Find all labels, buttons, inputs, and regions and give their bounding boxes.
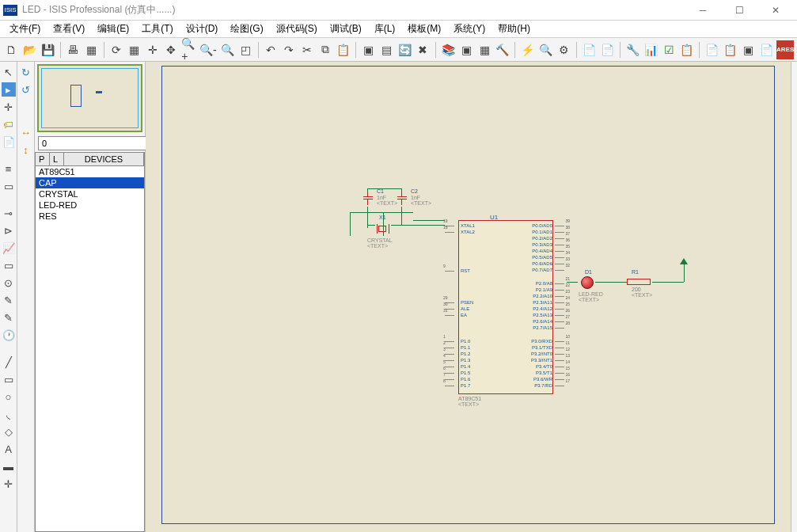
select-mode-icon[interactable]: ↖ [2,65,16,79]
path-2d-icon[interactable]: ◇ [2,424,16,439]
wire-autoroute-icon[interactable]: ⚡ [519,40,536,59]
header-l[interactable]: L [50,153,64,165]
header-devices[interactable]: DEVICES [64,153,144,165]
chip-pin[interactable]: 9RST [445,268,458,274]
pin-mode-icon[interactable]: ⊳ [2,223,16,238]
chip-pin[interactable]: P0.7/AD732 [555,267,568,273]
rotate-cw-icon[interactable]: ↻ [19,65,33,79]
decompose-icon[interactable]: 🔨 [494,40,510,59]
menu-help[interactable]: 帮助(H) [491,21,537,37]
crystal-x1[interactable] [375,224,391,234]
device-item[interactable]: CAP [36,177,144,188]
menu-library[interactable]: 库(L) [368,21,402,37]
mirror-h-icon[interactable]: ↔ [19,125,33,139]
block-copy-icon[interactable]: ▣ [360,40,377,59]
device-list[interactable]: AT89C51 CAP CRYSTAL LED-RED RES [35,166,145,532]
junction-mode-icon[interactable]: ✛ [2,100,16,114]
menu-tool[interactable]: 工具(T) [135,21,179,37]
cut-icon[interactable]: ✂ [298,40,315,59]
text-2d-icon[interactable]: A [2,442,16,456]
print-area-icon[interactable]: ▦ [83,40,100,59]
chip-pin[interactable]: P3.7/RD17 [555,382,568,389]
bus-mode-icon[interactable]: ≡ [2,162,16,176]
chip-pin[interactable]: 18XTAL2 [445,229,458,235]
menu-draw[interactable]: 绘图(G) [224,21,269,37]
terminal-mode-icon[interactable]: ⊸ [2,206,16,220]
paste-icon[interactable]: 📋 [335,40,351,59]
rotate-ccw-icon[interactable]: ↺ [19,82,33,97]
generator-mode-icon[interactable]: ⊙ [2,276,16,290]
chip-pin[interactable]: 31EA [445,312,458,318]
text-mode-icon[interactable]: 📄 [2,135,16,149]
block-delete-icon[interactable]: ✖ [415,40,431,59]
maximize-button[interactable]: ☐ [721,1,757,20]
tape-mode-icon[interactable]: ▭ [2,258,16,272]
menu-template[interactable]: 模板(M) [401,21,447,37]
property-assign-icon[interactable]: ⚙ [556,40,572,59]
erc-icon[interactable]: ☑ [661,40,677,59]
capacitor-c1[interactable] [363,191,373,205]
origin-icon[interactable]: ✛ [144,40,161,59]
device-item[interactable]: RES [36,211,144,222]
pick-library-icon[interactable]: 📚 [440,40,457,59]
chip-pin[interactable]: 2P1.1 [445,344,458,351]
chip-pin[interactable]: 4P1.3 [445,357,458,363]
menu-view[interactable]: 查看(V) [47,21,91,37]
close-button[interactable]: ✕ [757,1,794,20]
minimize-button[interactable]: ─ [685,1,721,20]
refresh-icon[interactable]: ⟳ [108,40,124,59]
probe-v-icon[interactable]: ✎ [2,293,16,307]
device-item[interactable]: AT89C51 [36,166,144,177]
block-move-icon[interactable]: ▤ [378,40,395,59]
grid-icon[interactable]: ▦ [126,40,142,59]
menu-edit[interactable]: 编辑(E) [91,21,135,37]
label-mode-icon[interactable]: 🏷 [2,117,16,131]
chip-pin[interactable]: P2.7/A1528 [555,325,568,331]
design-explorer-icon[interactable]: 🔧 [624,40,641,59]
netlist-icon[interactable]: 📋 [678,40,695,59]
capacitor-c2[interactable] [397,191,407,205]
power-terminal-icon[interactable] [680,258,688,264]
copy-icon[interactable]: ⧉ [317,40,333,59]
graph-mode-icon[interactable]: 📈 [2,241,16,255]
marker-icon[interactable]: ✛ [2,477,16,491]
box-2d-icon[interactable]: ▭ [2,372,16,386]
chip-pin[interactable]: 3P1.2 [445,351,458,357]
zoom-out-icon[interactable]: 🔍- [199,40,218,59]
bom-icon[interactable]: 📊 [643,40,659,59]
device-item[interactable]: CRYSTAL [36,188,144,200]
rotation-input[interactable] [38,136,155,150]
overview-panel[interactable] [37,64,142,132]
instrument-icon[interactable]: 🕐 [2,328,16,342]
chip-pin[interactable]: 5P1.4 [445,363,458,370]
open-file-icon[interactable]: 📂 [21,40,38,59]
probe-i-icon[interactable]: ✎ [2,310,16,325]
zoom-fit-icon[interactable]: 🔍 [219,40,236,59]
menu-debug[interactable]: 调试(B) [324,21,368,37]
menu-file[interactable]: 文件(F) [3,21,47,37]
line-2d-icon[interactable]: ╱ [2,355,16,369]
new-file-icon[interactable]: 🗋 [3,40,20,59]
zoom-in-icon[interactable]: 🔍+ [180,40,197,59]
undo-icon[interactable]: ↶ [263,40,279,59]
header-p[interactable]: P [36,153,50,165]
circle-2d-icon[interactable]: ○ [2,390,16,404]
menu-design[interactable]: 设计(D) [180,21,225,37]
arc-2d-icon[interactable]: ◟ [2,407,16,421]
make-device-icon[interactable]: ▣ [458,40,475,59]
tool3-icon[interactable]: 📄 [758,40,775,59]
redo-icon[interactable]: ↷ [280,40,297,59]
block-rotate-icon[interactable]: 🔄 [397,40,413,59]
chip-pin[interactable]: 7P1.6 [445,376,458,382]
symbol-2d-icon[interactable]: ▬ [2,459,16,473]
menu-system[interactable]: 系统(Y) [447,21,491,37]
tool1-icon[interactable]: 📋 [722,40,738,59]
chip-pin[interactable]: 8P1.7 [445,382,458,389]
ares-button[interactable]: ARES [776,40,794,59]
device-item[interactable]: LED-RED [36,200,144,211]
menu-source[interactable]: 源代码(S) [270,21,324,37]
led-d1[interactable] [581,276,594,289]
material-icon[interactable]: 📄 [704,40,720,59]
chip-pin[interactable]: 6P1.5 [445,370,458,376]
print-icon[interactable]: 🖶 [65,40,82,59]
